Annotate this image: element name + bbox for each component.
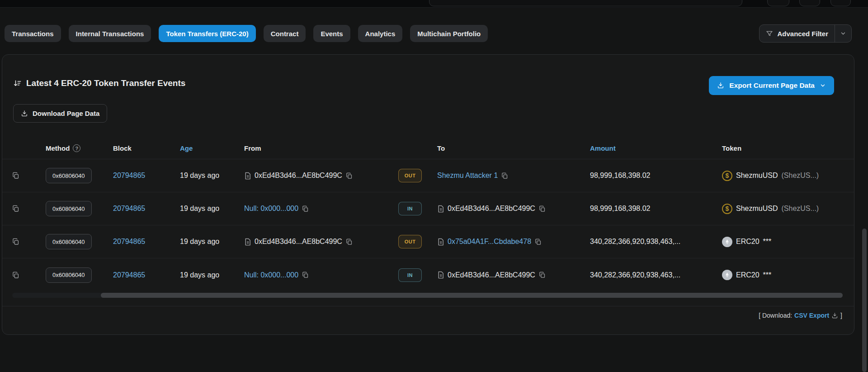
table-row: 0x60806040 20794865 19 days ago 0xEd4B3d… [2, 159, 854, 192]
download-button-label: Download Page Data [33, 110, 99, 117]
horizontal-scrollbar-thumb[interactable] [101, 293, 843, 298]
direction-badge-out: OUT [398, 169, 422, 182]
direction-badge-out: OUT [398, 235, 422, 248]
download-page-data-button[interactable]: Download Page Data [13, 104, 107, 123]
toolbar-button-remnant [767, 0, 789, 6]
table-row: 0x60806040 20794865 19 days ago Null: 0x… [2, 192, 854, 225]
method-badge[interactable]: 0x60806040 [46, 267, 92, 283]
header-token: Token [722, 144, 843, 152]
export-current-page-button[interactable]: Export Current Page Data [709, 76, 834, 95]
direction-badge-in: IN [398, 202, 422, 215]
copy-txn-hash-icon[interactable] [12, 272, 19, 279]
tab-internal-transactions[interactable]: Internal Transactions [69, 25, 151, 42]
advanced-filter-button[interactable]: Advanced Filter [759, 24, 852, 43]
table-row: 0x60806040 20794865 19 days ago 0xEd4B3d… [2, 225, 854, 258]
shezmuusd-token-icon: $ [722, 171, 732, 181]
download-icon [21, 110, 28, 117]
from-address: 0xEd4B3d46...AE8bC499C [255, 172, 342, 180]
tab-analytics[interactable]: Analytics [358, 25, 403, 42]
to-address: 0xEd4B3d46...AE8bC499C [448, 271, 535, 279]
download-icon[interactable] [831, 312, 838, 319]
chevron-down-icon [820, 82, 826, 89]
copy-address-icon[interactable] [302, 205, 309, 212]
token-name: ERC20 [736, 271, 760, 279]
copy-address-icon[interactable] [535, 238, 542, 245]
table-row: 0x60806040 20794865 19 days ago Null: 0x… [2, 258, 854, 291]
footer-divider [2, 306, 854, 306]
token-name: ERC20 [736, 238, 760, 246]
token-link[interactable]: ERC20 *** [722, 270, 843, 280]
copy-address-icon[interactable] [539, 205, 546, 212]
token-name: ShezmuUSD [736, 172, 778, 180]
copy-address-icon[interactable] [346, 172, 353, 179]
advanced-filter-label: Advanced Filter [777, 30, 828, 38]
header-method: Method ? [46, 144, 113, 152]
contract-document-icon [437, 238, 444, 246]
method-badge[interactable]: 0x60806040 [46, 201, 92, 216]
amount-cell: 98,999,168,398.02 [590, 205, 722, 213]
from-address: 0xEd4B3d46...AE8bC499C [255, 238, 342, 246]
advanced-filter-dropdown[interactable] [835, 25, 851, 42]
search-bar-remnant [429, 0, 742, 6]
method-badge[interactable]: 0x60806040 [46, 234, 92, 249]
toolbar-button-remnant [799, 0, 820, 6]
header-to: To [437, 144, 590, 152]
from-address-link[interactable]: Null: 0x000...000 [244, 205, 298, 213]
chevron-down-icon [840, 30, 846, 37]
copy-txn-hash-icon[interactable] [12, 172, 19, 179]
tab-token-transfers-erc20[interactable]: Token Transfers (ERC-20) [159, 25, 255, 42]
amount-cell: 98,999,168,398.02 [590, 172, 722, 180]
csv-export-link[interactable]: CSV Export [794, 312, 829, 319]
copy-address-icon[interactable] [302, 272, 309, 278]
contract-document-icon [437, 271, 444, 279]
horizontal-scrollbar-track[interactable] [12, 293, 843, 298]
to-address-link[interactable]: 0x75a04A1F...Cbdabe478 [448, 238, 531, 246]
copy-address-icon[interactable] [501, 172, 508, 179]
age-cell: 19 days ago [180, 172, 244, 180]
contract-document-icon [244, 238, 251, 246]
copy-txn-hash-icon[interactable] [12, 205, 19, 212]
token-symbol: (ShezUS...) [781, 172, 819, 180]
amount-cell: 340,282,366,920,938,463,... [590, 238, 722, 246]
top-cutoff-strip [0, 0, 868, 8]
token-symbol: *** [763, 271, 772, 279]
block-link[interactable]: 20794865 [113, 271, 145, 279]
card-title: Latest 4 ERC-20 Token Transfer Events [26, 78, 185, 88]
block-link[interactable]: 20794865 [113, 205, 145, 213]
block-link[interactable]: 20794865 [113, 238, 145, 246]
from-address-link[interactable]: Null: 0x000...000 [244, 271, 298, 279]
token-link[interactable]: $ ShezmuUSD (ShezUS...) [722, 171, 843, 181]
header-block: Block [113, 144, 180, 152]
csv-prefix: [ Download: [759, 312, 792, 319]
tab-events[interactable]: Events [313, 25, 350, 42]
token-symbol: *** [763, 238, 772, 246]
age-cell: 19 days ago [180, 238, 244, 246]
tab-transactions[interactable]: Transactions [5, 25, 61, 42]
method-badge[interactable]: 0x60806040 [46, 168, 92, 183]
tab-contract[interactable]: Contract [264, 25, 306, 42]
to-address: 0xEd4B3d46...AE8bC499C [448, 205, 535, 213]
eth-token-icon [722, 270, 732, 280]
advanced-filter-main[interactable]: Advanced Filter [760, 25, 835, 42]
direction-badge-in: IN [398, 268, 422, 282]
copy-txn-hash-icon[interactable] [12, 238, 19, 245]
to-address-link[interactable]: Shezmu Attacker 1 [437, 172, 498, 180]
token-symbol: (ShezUS...) [781, 205, 819, 213]
copy-address-icon[interactable] [346, 238, 353, 245]
token-link[interactable]: ERC20 *** [722, 237, 843, 247]
copy-address-icon[interactable] [539, 272, 546, 278]
block-link[interactable]: 20794865 [113, 172, 145, 180]
token-transfers-card: Latest 4 ERC-20 Token Transfer Events Ex… [2, 54, 854, 335]
question-circle-icon[interactable]: ? [73, 144, 80, 152]
table-header-row: Method ? Block Age From To Amount Token [2, 138, 854, 159]
header-amount[interactable]: Amount [590, 144, 722, 152]
header-from: From [244, 144, 398, 152]
header-age[interactable]: Age [180, 144, 244, 152]
contract-document-icon [244, 172, 251, 180]
token-link[interactable]: $ ShezmuUSD (ShezUS...) [722, 204, 843, 214]
age-cell: 19 days ago [180, 205, 244, 213]
vertical-scrollbar-thumb[interactable] [862, 229, 867, 372]
tab-multichain-portfolio[interactable]: Multichain Portfolio [410, 25, 488, 42]
token-name: ShezmuUSD [736, 205, 778, 213]
shezmuusd-token-icon: $ [722, 204, 732, 214]
